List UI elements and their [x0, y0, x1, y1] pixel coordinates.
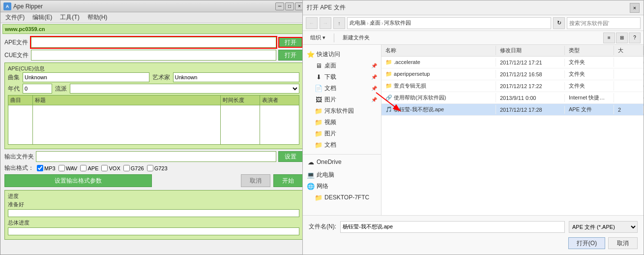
fav-item-quickaccess[interactable]: ⭐ 快速访问: [303, 49, 381, 60]
new-folder-button[interactable]: 新建文件夹: [338, 32, 374, 43]
favorites-panel: ⭐ 快速访问 🖥 桌面 📌 ⬇ 下载 📌 📄 文档 📌: [303, 45, 381, 215]
file-type-xuanzhen: 文件夹: [565, 81, 614, 91]
cue-open-button[interactable]: 打开: [278, 50, 303, 61]
filetype-select[interactable]: APE 文件 (*.APE): [569, 221, 638, 233]
output-settings-button[interactable]: 设置: [278, 151, 303, 162]
minimize-button[interactable]: ─: [275, 2, 284, 10]
hedong-icon: 📁: [315, 107, 322, 115]
file-dialog: 打开 APE 文件 × ← → ↑ 此电脑 › 桌面 › 河东软件园 ↻ 组织 …: [302, 0, 644, 255]
mp3-label: MP3: [44, 165, 56, 171]
cancel-button[interactable]: 取消: [241, 174, 270, 187]
file-size-aperippersetup: [614, 73, 644, 75]
file-row-aperippersetup[interactable]: 📁 aperippersetup 2017/12/12 16:58 文件夹: [381, 68, 644, 80]
menu-file[interactable]: 文件(F): [2, 12, 28, 23]
dialog-titlebar: 打开 APE 文件 ×: [303, 0, 644, 15]
fav-item-onedrive[interactable]: ☁ OneDrive: [303, 157, 381, 167]
format-g726[interactable]: G726: [123, 165, 144, 171]
genre-select[interactable]: [70, 84, 299, 94]
grid-view-button[interactable]: ⊞: [616, 32, 628, 43]
start-button[interactable]: 开始: [273, 174, 303, 187]
g726-checkbox[interactable]: [123, 165, 130, 171]
col-header-name[interactable]: 名称: [381, 46, 496, 55]
breadcrumb[interactable]: 此电脑 › 桌面 › 河东软件园: [347, 17, 551, 29]
output-folder-input[interactable]: [36, 151, 276, 162]
fav-item-hedong[interactable]: 📁 河东软件园: [303, 105, 381, 117]
organize-button[interactable]: 组织 ▾: [306, 32, 330, 43]
file-row-help[interactable]: 🔗 使用帮助(河东软件园) 2013/9/11 0:00 Internet 快捷…: [381, 92, 644, 104]
file-name-xuanzhen: 📁 萱贞专辑无损: [381, 81, 496, 91]
artist-input[interactable]: [173, 72, 300, 82]
file-row-xuanzhen[interactable]: 📁 萱贞专辑无损 2017/12/12 17:22 文件夹: [381, 80, 644, 92]
format-g723[interactable]: G723: [147, 165, 168, 171]
ape-file-icon: 🎵: [385, 106, 394, 112]
format-settings-button[interactable]: 设置输出格式参数: [4, 174, 152, 187]
address-bar: ← → ↑ 此电脑 › 桌面 › 河东软件园 ↻: [303, 15, 644, 31]
ape-open-button[interactable]: 打开: [278, 37, 303, 48]
year-genre-row: 年代 流派: [8, 84, 299, 94]
breadcrumb-thispc: 此电脑: [350, 19, 366, 27]
ape-checkbox[interactable]: [80, 165, 87, 171]
maximize-button[interactable]: □: [285, 2, 294, 10]
g723-checkbox[interactable]: [147, 165, 153, 171]
album-row: 曲集 艺术家: [8, 72, 299, 82]
menu-tools[interactable]: 工具(T): [57, 12, 82, 23]
progress-status: 准备好: [8, 201, 299, 208]
format-vox[interactable]: VOX: [101, 165, 120, 171]
view-buttons: ≡ ⊞ ?: [603, 32, 641, 43]
refresh-button[interactable]: ↻: [553, 17, 565, 29]
menu-help[interactable]: 帮助(H): [85, 12, 111, 23]
wav-label: WAV: [66, 165, 78, 171]
fav-item-pics[interactable]: 🖼 图片 📌: [303, 94, 381, 105]
wav-checkbox[interactable]: [59, 165, 65, 171]
col-header-date[interactable]: 修改日期: [496, 46, 565, 55]
forward-button[interactable]: →: [320, 17, 331, 29]
dialog-cancel-button[interactable]: 取消: [608, 237, 638, 249]
cue-file-input[interactable]: [31, 50, 276, 61]
file-row-accelerate[interactable]: 📁 .accelerate 2017/12/12 17:21 文件夹: [381, 57, 644, 68]
fav-item-video[interactable]: 📁 视频: [303, 117, 381, 128]
file-date-aperippersetup: 2017/12/12 16:58: [496, 70, 565, 78]
track-cell: [8, 105, 33, 145]
format-ape[interactable]: APE: [80, 165, 98, 171]
col-header-size[interactable]: 大: [614, 46, 644, 55]
fav-item-desktop[interactable]: 🖥 桌面 📌: [303, 60, 381, 71]
ape-info-group: APE(CUE)信息 曲集 艺术家 年代 流派 曲目: [4, 63, 303, 149]
fav-item-network[interactable]: 🌐 网络: [303, 181, 381, 192]
col-title: 标题: [33, 96, 221, 105]
pics-icon: 🖼: [315, 96, 322, 104]
fav-item-pics2[interactable]: 📁 图片: [303, 128, 381, 139]
window-controls: ─ □ ×: [275, 2, 304, 10]
back-button[interactable]: ←: [306, 17, 318, 29]
help-button[interactable]: ?: [629, 32, 641, 43]
list-view-button[interactable]: ≡: [603, 32, 615, 43]
dialog-open-button[interactable]: 打开(O): [568, 237, 605, 249]
filename-input[interactable]: [340, 221, 565, 233]
vox-checkbox[interactable]: [101, 165, 108, 171]
format-wav[interactable]: WAV: [59, 165, 78, 171]
search-input[interactable]: [567, 17, 641, 29]
mp3-checkbox[interactable]: [37, 165, 43, 171]
album-input[interactable]: [23, 72, 149, 82]
fav-item-docs2[interactable]: 📁 文档: [303, 139, 381, 151]
fav-item-desktop-computer[interactable]: 📁 DESKTOP-7FTC: [303, 192, 381, 203]
dialog-toolbar: 组织 ▾ 新建文件夹 ≡ ⊞ ?: [303, 31, 644, 45]
pin-icon: 📌: [371, 63, 377, 68]
col-header-type[interactable]: 类型: [565, 46, 614, 55]
year-input[interactable]: [23, 84, 52, 94]
file-name-ape: 🎵 杨钰莹-我不想说.ape: [381, 105, 496, 114]
fav-item-thispc[interactable]: 💻 此电脑: [303, 169, 381, 181]
dialog-close-button[interactable]: ×: [630, 3, 640, 13]
file-row-ape[interactable]: 🎵 杨钰莹-我不想说.ape 2017/12/12 17:28 APE 文件 2: [381, 104, 644, 116]
ape-file-row: APE文件 打开: [4, 37, 303, 48]
menu-edit[interactable]: 编辑(E): [29, 12, 55, 23]
format-mp3[interactable]: MP3: [37, 165, 56, 171]
progress-group: 进度 准备好 总体进度: [4, 190, 303, 240]
fav-item-docs[interactable]: 📄 文档 📌: [303, 83, 381, 94]
filename-label: 文件名(N):: [309, 223, 336, 231]
output-folder-label: 输出文件夹: [4, 153, 34, 161]
menubar: 文件(F) 编辑(E) 工具(T) 帮助(H): [0, 12, 307, 23]
ape-file-input[interactable]: [31, 37, 276, 48]
up-button[interactable]: ↑: [333, 17, 345, 29]
fav-item-downloads[interactable]: ⬇ 下载 📌: [303, 71, 381, 83]
track-table: 曲目 标题 时间长度 表演者: [8, 95, 299, 145]
